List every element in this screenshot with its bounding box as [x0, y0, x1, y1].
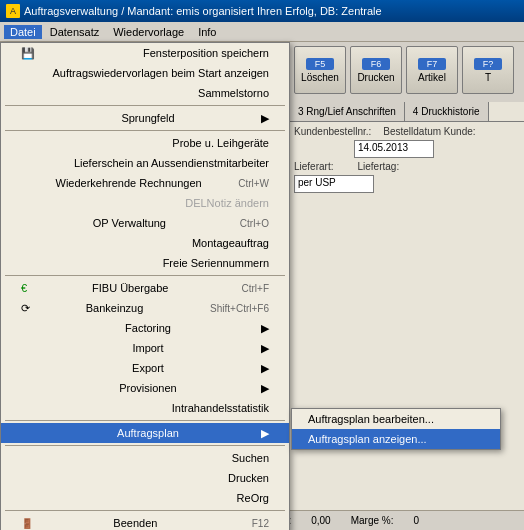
shortcut-bank: Shift+Ctrl+F6 [210, 303, 269, 314]
t-label: T [485, 72, 491, 83]
menu-delnotiz: DELNotiz ändern [1, 193, 289, 213]
menu-drucken[interactable]: Drucken [1, 468, 289, 488]
menu-fensterposition[interactable]: 💾 Fensterposition speichern [1, 43, 289, 63]
drucken-label: Drucken [357, 72, 394, 83]
menu-datensatz[interactable]: Datensatz [44, 25, 106, 39]
sep5 [5, 445, 285, 446]
euro-icon: € [21, 282, 39, 294]
menu-probe-leihgeraete[interactable]: Probe u. Leihgeräte [1, 133, 289, 153]
lieferart-label: Lieferart: [294, 161, 333, 172]
f6-key: F6 [362, 58, 390, 70]
menu-sammelstorno[interactable]: Sammelstorno [1, 83, 289, 103]
auftragsplan-submenu: Auftragsplan bearbeiten... Auftragsplan … [291, 408, 501, 450]
app-icon: A [6, 4, 20, 18]
menu-suchen[interactable]: Suchen [1, 448, 289, 468]
arrow-auftragsplan: ▶ [261, 427, 269, 440]
menu-lieferschein[interactable]: Lieferschein an Aussendienstmitarbeiter [1, 153, 289, 173]
menu-intrahandel[interactable]: Intrahandelsstatistik [1, 398, 289, 418]
menu-bar: Datei Datensatz Wiedervorlage Info [0, 22, 524, 42]
arrow-import: ▶ [261, 342, 269, 355]
sep4 [5, 420, 285, 421]
menu-sprungfeld[interactable]: Sprungfeld ▶ [1, 108, 289, 128]
title-bar: A Auftragsverwaltung / Mandant: emis org… [0, 0, 524, 22]
menu-freie-seriennummern[interactable]: Freie Seriennummern [1, 253, 289, 273]
toolbar-artikel[interactable]: F7 Artikel [406, 46, 458, 94]
content-area: 3 Rng/Lief Anschriften 4 Druckhistorie K… [290, 102, 524, 530]
shortcut-op: Ctrl+O [240, 218, 269, 229]
form-area: Kundenbestellnr.: Bestelldatum Kunde: 14… [290, 122, 524, 200]
loeschen-label: Löschen [301, 72, 339, 83]
f5-key: F5 [306, 58, 334, 70]
arrow-provisionen: ▶ [261, 382, 269, 395]
menu-beenden[interactable]: 🚪 Beenden F12 [1, 513, 289, 530]
menu-datei[interactable]: Datei [4, 25, 42, 39]
menu-import[interactable]: Import ▶ [1, 338, 289, 358]
shortcut-fibu: Ctrl+F [242, 283, 270, 294]
toolbar-t[interactable]: F? T [462, 46, 514, 94]
arrow-sprungfeld: ▶ [261, 112, 269, 125]
toolbar-drucken[interactable]: F6 Drucken [350, 46, 402, 94]
liefertag-label: Liefertag: [357, 161, 399, 172]
menu-auftragsplan[interactable]: Auftragsplan ▶ [1, 423, 289, 443]
toolbar: F5 Löschen F6 Drucken F7 Artikel F? T [290, 42, 524, 102]
title-text: Auftragsverwaltung / Mandant: emis organ… [24, 5, 382, 17]
shortcut-beenden: F12 [252, 518, 269, 529]
menu-reorg[interactable]: ReOrg [1, 488, 289, 508]
artikel-label: Artikel [418, 72, 446, 83]
form-row-bestellnr: Kundenbestellnr.: Bestelldatum Kunde: [294, 126, 520, 137]
menu-wiederkehrende[interactable]: Wiederkehrende Rechnungen Ctrl+W [1, 173, 289, 193]
datei-dropdown: 💾 Fensterposition speichern Auftragswied… [0, 42, 290, 530]
bestelldatum-label: Bestelldatum Kunde: [383, 126, 475, 137]
sep3 [5, 275, 285, 276]
main-container: F5 Löschen F6 Drucken F7 Artikel F? T 3 … [0, 42, 524, 530]
kundenbestellnr-label: Kundenbestellnr.: [294, 126, 371, 137]
form-row-lieferart: Lieferart: Liefertag: [294, 161, 520, 172]
bestelldatum-input[interactable]: 14.05.2013 [354, 140, 434, 158]
bank-icon: ⟳ [21, 302, 39, 315]
menu-montageauftrag[interactable]: Montageauftrag [1, 233, 289, 253]
menu-factoring[interactable]: Factoring ▶ [1, 318, 289, 338]
form-row-lieferart-val: per USP [294, 175, 520, 193]
menu-fibu[interactable]: € FIBU Übergabe Ctrl+F [1, 278, 289, 298]
menu-bankeinzug[interactable]: ⟳ Bankeinzug Shift+Ctrl+F6 [1, 298, 289, 318]
fensterposition-icon: 💾 [21, 47, 37, 60]
sep2 [5, 130, 285, 131]
beenden-icon: 🚪 [21, 518, 39, 529]
f-key: F? [474, 58, 502, 70]
arrow-factoring: ▶ [261, 322, 269, 335]
menu-auftragswiedervorlagen[interactable]: Auftragswiedervorlagen beim Start anzeig… [1, 63, 289, 83]
tab-druckhistorie[interactable]: 4 Druckhistorie [405, 102, 489, 121]
sep1 [5, 105, 285, 106]
marge-percent-label: Marge %: [351, 515, 394, 526]
marge-value: 0,00 [311, 515, 330, 526]
toolbar-loeschen[interactable]: F5 Löschen [294, 46, 346, 94]
form-row-datum: 14.05.2013 [294, 140, 520, 158]
menu-wiedervorlage[interactable]: Wiedervorlage [107, 25, 190, 39]
menu-info[interactable]: Info [192, 25, 222, 39]
submenu-auftragsplan-bearbeiten[interactable]: Auftragsplan bearbeiten... [292, 409, 500, 429]
f7-key: F7 [418, 58, 446, 70]
arrow-export: ▶ [261, 362, 269, 375]
marge-percent-value: 0 [413, 515, 419, 526]
lieferart-input[interactable]: per USP [294, 175, 374, 193]
tab-rng-lief[interactable]: 3 Rng/Lief Anschriften [290, 102, 405, 121]
sep6 [5, 510, 285, 511]
menu-provisionen[interactable]: Provisionen ▶ [1, 378, 289, 398]
shortcut-wiederkehrende: Ctrl+W [238, 178, 269, 189]
tabs: 3 Rng/Lief Anschriften 4 Druckhistorie [290, 102, 524, 122]
menu-export[interactable]: Export ▶ [1, 358, 289, 378]
menu-op-verwaltung[interactable]: OP Verwaltung Ctrl+O [1, 213, 289, 233]
submenu-auftragsplan-anzeigen[interactable]: Auftragsplan anzeigen... [292, 429, 500, 449]
